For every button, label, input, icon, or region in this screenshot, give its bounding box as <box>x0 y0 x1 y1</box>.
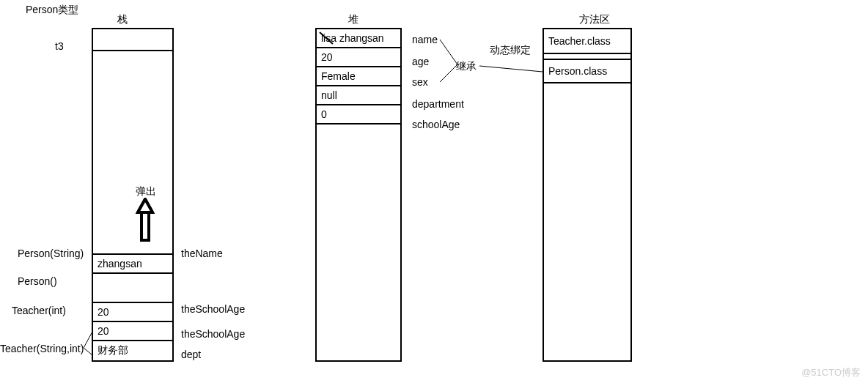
stack-title: 栈 <box>117 13 128 26</box>
popup-arrow-icon <box>132 198 158 242</box>
teacher-int-label: Teacher(int) <box>12 305 66 316</box>
stack-cell-empty <box>93 274 172 303</box>
stack-cell-dept: 财务部 <box>93 341 172 360</box>
stack-cell-20a: 20 <box>93 303 172 322</box>
svg-line-5 <box>440 64 457 82</box>
heap-right-sex: sex <box>412 76 428 88</box>
dynamic-bind-label: 动态绑定 <box>490 44 531 57</box>
svg-line-3 <box>320 32 333 44</box>
heap-cell-sex: Female <box>317 67 400 86</box>
dynamic-bind-line <box>477 56 546 78</box>
t3-label: t3 <box>55 40 64 52</box>
method-person-class: Person.class <box>544 59 630 83</box>
heap-strike-icon <box>318 31 334 45</box>
method-teacher-class: Teacher.class <box>544 29 630 54</box>
stack-right-dept: dept <box>181 349 201 360</box>
svg-rect-0 <box>141 212 149 240</box>
heap-right-name: name <box>412 34 438 45</box>
person-empty-label: Person() <box>18 275 57 287</box>
stack-right-thename: theName <box>181 248 223 259</box>
heap-box: lisa zhangsan 20 Female null 0 <box>315 28 402 362</box>
teacher-string-int-label: Teacher(String,int) <box>0 343 84 354</box>
method-area-box: Teacher.class Person.class <box>542 28 632 362</box>
heap-right-age: age <box>412 56 429 67</box>
watermark: @51CTO博客 <box>801 366 861 379</box>
heap-cell-dept: null <box>317 86 400 105</box>
stack-cell-zhangsan: zhangsan <box>93 253 172 274</box>
stack-right-schoolage1: theSchoolAge <box>181 303 245 315</box>
method-area-title: 方法区 <box>579 13 610 26</box>
inherit-label: 继承 <box>456 60 477 73</box>
heap-cell-schoolage: 0 <box>317 105 400 124</box>
person-type-label: Person类型 <box>26 4 78 17</box>
stack-right-schoolage2: theSchoolAge <box>181 328 245 340</box>
heap-title: 堆 <box>348 13 358 26</box>
heap-spacer <box>317 124 400 360</box>
svg-line-4 <box>440 40 457 64</box>
stack-cell-20b: 20 <box>93 322 172 341</box>
heap-cell-age: 20 <box>317 48 400 67</box>
svg-line-6 <box>479 66 542 72</box>
heap-cell-name: lisa zhangsan <box>317 29 400 48</box>
person-string-label: Person(String) <box>18 248 84 259</box>
heap-right-schoolage: schoolAge <box>412 119 460 130</box>
popup-label: 弹出 <box>136 185 156 198</box>
heap-right-department: department <box>412 98 464 110</box>
stack-cell-top <box>93 29 172 51</box>
method-spacer <box>544 83 630 360</box>
stack-box: zhangsan 20 20 财务部 <box>92 28 174 362</box>
